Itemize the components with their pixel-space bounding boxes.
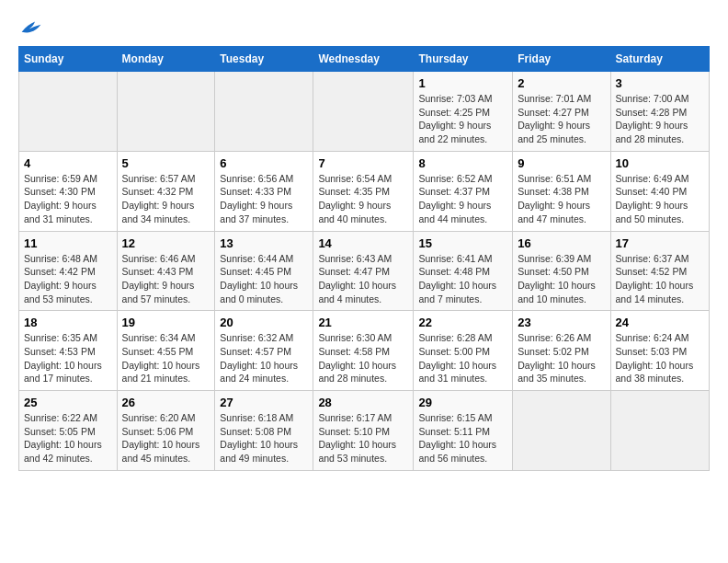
- calendar-cell: 26Sunrise: 6:20 AM Sunset: 5:06 PM Dayli…: [117, 391, 215, 471]
- day-number: 11: [24, 236, 112, 250]
- day-number: 15: [418, 236, 507, 250]
- day-number: 16: [518, 236, 605, 250]
- day-detail: Sunrise: 6:41 AM Sunset: 4:48 PM Dayligh…: [418, 252, 507, 306]
- day-number: 7: [318, 156, 408, 170]
- day-detail: Sunrise: 6:26 AM Sunset: 5:02 PM Dayligh…: [518, 331, 605, 385]
- day-detail: Sunrise: 7:03 AM Sunset: 4:25 PM Dayligh…: [418, 92, 507, 146]
- col-header-wednesday: Wednesday: [313, 47, 414, 72]
- col-header-sunday: Sunday: [19, 47, 118, 72]
- day-detail: Sunrise: 6:28 AM Sunset: 5:00 PM Dayligh…: [418, 331, 507, 385]
- calendar-cell: 11Sunrise: 6:48 AM Sunset: 4:42 PM Dayli…: [19, 231, 118, 311]
- calendar-cell: [117, 72, 215, 152]
- logo: [18, 18, 42, 37]
- calendar-cell: 10Sunrise: 6:49 AM Sunset: 4:40 PM Dayli…: [610, 151, 710, 231]
- calendar-cell: 25Sunrise: 6:22 AM Sunset: 5:05 PM Dayli…: [19, 391, 118, 471]
- calendar-cell: 7Sunrise: 6:54 AM Sunset: 4:35 PM Daylig…: [313, 151, 414, 231]
- day-number: 24: [616, 316, 705, 329]
- day-detail: Sunrise: 6:18 AM Sunset: 5:08 PM Dayligh…: [220, 411, 308, 465]
- day-detail: Sunrise: 6:56 AM Sunset: 4:33 PM Dayligh…: [220, 172, 308, 226]
- day-number: 21: [318, 316, 408, 329]
- calendar-cell: 22Sunrise: 6:28 AM Sunset: 5:00 PM Dayli…: [414, 311, 513, 391]
- day-detail: Sunrise: 6:48 AM Sunset: 4:42 PM Dayligh…: [24, 252, 112, 306]
- day-number: 10: [616, 156, 705, 170]
- calendar-cell: [19, 72, 118, 152]
- day-number: 17: [616, 236, 705, 250]
- day-number: 1: [418, 76, 507, 90]
- calendar-cell: 21Sunrise: 6:30 AM Sunset: 4:58 PM Dayli…: [313, 311, 414, 391]
- day-number: 20: [220, 316, 308, 329]
- day-number: 14: [318, 236, 408, 250]
- calendar-cell: 29Sunrise: 6:15 AM Sunset: 5:11 PM Dayli…: [414, 391, 513, 471]
- calendar-cell: 5Sunrise: 6:57 AM Sunset: 4:32 PM Daylig…: [117, 151, 215, 231]
- day-detail: Sunrise: 7:01 AM Sunset: 4:27 PM Dayligh…: [518, 92, 605, 146]
- calendar-cell: 27Sunrise: 6:18 AM Sunset: 5:08 PM Dayli…: [215, 391, 313, 471]
- day-number: 2: [518, 76, 605, 90]
- day-number: 12: [122, 236, 210, 250]
- day-detail: Sunrise: 6:20 AM Sunset: 5:06 PM Dayligh…: [122, 411, 210, 465]
- day-detail: Sunrise: 6:37 AM Sunset: 4:52 PM Dayligh…: [616, 252, 705, 306]
- day-detail: Sunrise: 7:00 AM Sunset: 4:28 PM Dayligh…: [616, 92, 705, 146]
- calendar-cell: 9Sunrise: 6:51 AM Sunset: 4:38 PM Daylig…: [513, 151, 610, 231]
- calendar-cell: [215, 72, 313, 152]
- calendar-cell: 8Sunrise: 6:52 AM Sunset: 4:37 PM Daylig…: [414, 151, 513, 231]
- calendar-cell: [313, 72, 414, 152]
- calendar-cell: 24Sunrise: 6:24 AM Sunset: 5:03 PM Dayli…: [610, 311, 710, 391]
- day-detail: Sunrise: 6:54 AM Sunset: 4:35 PM Dayligh…: [318, 172, 408, 226]
- calendar-cell: 15Sunrise: 6:41 AM Sunset: 4:48 PM Dayli…: [414, 231, 513, 311]
- day-detail: Sunrise: 6:17 AM Sunset: 5:10 PM Dayligh…: [318, 411, 408, 465]
- day-number: 13: [220, 236, 308, 250]
- col-header-thursday: Thursday: [414, 47, 513, 72]
- col-header-monday: Monday: [117, 47, 215, 72]
- day-number: 22: [418, 316, 507, 329]
- calendar-cell: 19Sunrise: 6:34 AM Sunset: 4:55 PM Dayli…: [117, 311, 215, 391]
- calendar-cell: 6Sunrise: 6:56 AM Sunset: 4:33 PM Daylig…: [215, 151, 313, 231]
- calendar-cell: 2Sunrise: 7:01 AM Sunset: 4:27 PM Daylig…: [513, 72, 610, 152]
- day-detail: Sunrise: 6:35 AM Sunset: 4:53 PM Dayligh…: [24, 331, 112, 385]
- day-number: 27: [220, 396, 308, 409]
- logo-bird-icon: [20, 18, 42, 37]
- col-header-tuesday: Tuesday: [215, 47, 313, 72]
- day-detail: Sunrise: 6:15 AM Sunset: 5:11 PM Dayligh…: [418, 411, 507, 465]
- day-number: 18: [24, 316, 112, 329]
- day-detail: Sunrise: 6:57 AM Sunset: 4:32 PM Dayligh…: [122, 172, 210, 226]
- calendar-cell: [513, 391, 610, 471]
- page-header: [18, 18, 710, 37]
- calendar-cell: 3Sunrise: 7:00 AM Sunset: 4:28 PM Daylig…: [610, 72, 710, 152]
- day-number: 3: [616, 76, 705, 90]
- col-header-saturday: Saturday: [610, 47, 710, 72]
- day-detail: Sunrise: 6:32 AM Sunset: 4:57 PM Dayligh…: [220, 331, 308, 385]
- calendar-cell: 23Sunrise: 6:26 AM Sunset: 5:02 PM Dayli…: [513, 311, 610, 391]
- day-number: 6: [220, 156, 308, 170]
- calendar-cell: 13Sunrise: 6:44 AM Sunset: 4:45 PM Dayli…: [215, 231, 313, 311]
- calendar-cell: [610, 391, 710, 471]
- day-detail: Sunrise: 6:44 AM Sunset: 4:45 PM Dayligh…: [220, 252, 308, 306]
- calendar-cell: 16Sunrise: 6:39 AM Sunset: 4:50 PM Dayli…: [513, 231, 610, 311]
- day-number: 4: [24, 156, 112, 170]
- day-detail: Sunrise: 6:51 AM Sunset: 4:38 PM Dayligh…: [518, 172, 605, 226]
- day-number: 19: [122, 316, 210, 329]
- day-detail: Sunrise: 6:22 AM Sunset: 5:05 PM Dayligh…: [24, 411, 112, 465]
- calendar-cell: 1Sunrise: 7:03 AM Sunset: 4:25 PM Daylig…: [414, 72, 513, 152]
- day-detail: Sunrise: 6:59 AM Sunset: 4:30 PM Dayligh…: [24, 172, 112, 226]
- day-detail: Sunrise: 6:46 AM Sunset: 4:43 PM Dayligh…: [122, 252, 210, 306]
- day-number: 28: [318, 396, 408, 409]
- calendar-cell: 12Sunrise: 6:46 AM Sunset: 4:43 PM Dayli…: [117, 231, 215, 311]
- calendar-table: SundayMondayTuesdayWednesdayThursdayFrid…: [18, 46, 710, 471]
- day-detail: Sunrise: 6:34 AM Sunset: 4:55 PM Dayligh…: [122, 331, 210, 385]
- calendar-cell: 20Sunrise: 6:32 AM Sunset: 4:57 PM Dayli…: [215, 311, 313, 391]
- day-number: 5: [122, 156, 210, 170]
- calendar-cell: 4Sunrise: 6:59 AM Sunset: 4:30 PM Daylig…: [19, 151, 118, 231]
- day-detail: Sunrise: 6:24 AM Sunset: 5:03 PM Dayligh…: [616, 331, 705, 385]
- day-detail: Sunrise: 6:43 AM Sunset: 4:47 PM Dayligh…: [318, 252, 408, 306]
- day-detail: Sunrise: 6:30 AM Sunset: 4:58 PM Dayligh…: [318, 331, 408, 385]
- calendar-cell: 17Sunrise: 6:37 AM Sunset: 4:52 PM Dayli…: [610, 231, 710, 311]
- calendar-cell: 14Sunrise: 6:43 AM Sunset: 4:47 PM Dayli…: [313, 231, 414, 311]
- col-header-friday: Friday: [513, 47, 610, 72]
- day-detail: Sunrise: 6:39 AM Sunset: 4:50 PM Dayligh…: [518, 252, 605, 306]
- day-detail: Sunrise: 6:52 AM Sunset: 4:37 PM Dayligh…: [418, 172, 507, 226]
- calendar-cell: 18Sunrise: 6:35 AM Sunset: 4:53 PM Dayli…: [19, 311, 118, 391]
- day-number: 23: [518, 316, 605, 329]
- day-number: 25: [24, 396, 112, 409]
- day-number: 8: [418, 156, 507, 170]
- day-number: 26: [122, 396, 210, 409]
